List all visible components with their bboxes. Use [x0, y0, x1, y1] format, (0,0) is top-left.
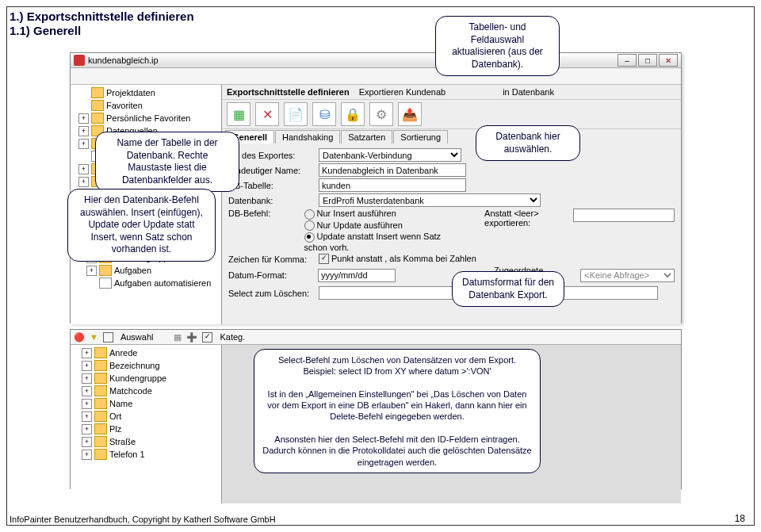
- radio-update[interactable]: Nur Update ausführen: [304, 220, 458, 232]
- crumb-1: Exportschnittstelle definieren: [222, 87, 354, 97]
- window-title: kundenabgleich.ip: [88, 55, 159, 65]
- tool-icon-3[interactable]: ▦: [174, 332, 182, 343]
- label-anstatt: Anstatt <leer> exportieren:: [484, 209, 570, 228]
- callout-dbcmd: Hier den Datenbank-Befehl auswählen. Ins…: [67, 189, 216, 262]
- icon-settings[interactable]: ⚙: [369, 102, 393, 126]
- lower-toolbar: 🔴 ▼ Auswahl ▦ ➕ Kateg.: [71, 330, 681, 345]
- tab-handshaking[interactable]: Handshaking: [275, 130, 340, 144]
- tree-item[interactable]: +Aufgaben: [71, 264, 221, 277]
- tool-icon-4[interactable]: ➕: [186, 332, 197, 343]
- field-item[interactable]: +Telefon 1: [71, 448, 221, 461]
- field-item[interactable]: +Plz: [71, 423, 221, 435]
- field-item[interactable]: +Name: [71, 397, 221, 410]
- tab-sortierung[interactable]: Sortierung: [393, 130, 448, 144]
- callout-name: Name der Tabelle in der Datenbank. Recht…: [95, 132, 239, 192]
- close-button[interactable]: ✕: [659, 54, 678, 67]
- label-name: Eindeutiger Name:: [228, 166, 315, 175]
- label-komma: Zeichen für Komma:: [228, 255, 315, 264]
- toolbar-row: [71, 68, 681, 85]
- label-datum: Datum-Format:: [228, 270, 315, 280]
- tabs: GenerellHandshakingSatzartenSortierung: [222, 129, 681, 144]
- footer-text: InfoPainter Benutzerhandbuch, Copyright …: [10, 515, 276, 524]
- titlebar: kundenabgleich.ip – □ ✕: [71, 53, 681, 68]
- lower-tree[interactable]: +Anrede+Bezeichnung+Kundengruppe+Matchco…: [71, 345, 222, 503]
- page-number: 18: [735, 513, 745, 524]
- field-item[interactable]: +Anrede: [71, 346, 221, 359]
- tree-item[interactable]: Favoriten: [71, 99, 221, 112]
- checkbox-komma[interactable]: Punkt anstatt , als Komma bei Zahlen: [319, 254, 476, 265]
- breadcrumb: Exportschnittstelle definieren Exportier…: [222, 85, 681, 100]
- page-title-1: 1.) Exportschnittstelle definieren: [10, 10, 194, 23]
- tree-item[interactable]: Projektdaten: [71, 86, 221, 99]
- field-item[interactable]: +Matchcode: [71, 385, 221, 397]
- callout-dbselect: Datenbank hier auswählen.: [476, 125, 580, 161]
- tab-satzarten[interactable]: Satzarten: [341, 130, 392, 144]
- callout-datefmt: Datumsformat für den Datenbank Export.: [452, 271, 564, 307]
- field-item[interactable]: +Bezeichnung: [71, 359, 221, 372]
- radio-update-insert[interactable]: Update anstatt Insert wenn Satz schon vo…: [304, 232, 458, 252]
- label-dbtable: DB-Tabelle:: [228, 181, 315, 190]
- select-db[interactable]: ErdProfi Musterdatenbank: [319, 193, 541, 207]
- action-icons: ▦ ✕ 📄 ⛁ 🔒 ⚙ 📤: [222, 100, 681, 129]
- minimize-button[interactable]: –: [618, 54, 637, 67]
- kateg-label: Kateg.: [220, 332, 245, 342]
- tool-icon-2[interactable]: ▼: [90, 332, 98, 342]
- select-abfrage[interactable]: <Keine Abfrage>: [580, 269, 675, 282]
- icon-export[interactable]: 📤: [398, 102, 422, 126]
- icon-lock[interactable]: 🔒: [341, 102, 365, 126]
- icon-save[interactable]: ✕: [255, 102, 279, 126]
- field-item[interactable]: +Kundengruppe: [71, 372, 221, 385]
- icon-db[interactable]: ⛁: [312, 102, 336, 126]
- icon-new[interactable]: ▦: [227, 102, 250, 126]
- icon-copy[interactable]: 📄: [284, 102, 308, 126]
- select-art[interactable]: Datenbank-Verbindung: [319, 148, 461, 162]
- label-select: Select zum Löschen:: [228, 289, 315, 298]
- input-dbtable[interactable]: [319, 178, 466, 192]
- field-item[interactable]: +Ort: [71, 410, 221, 423]
- callout-select: Select-Befehl zum Löschen von Datensätze…: [254, 349, 541, 473]
- label-db: Datenbank:: [228, 196, 315, 205]
- label-art: Art des Exportes:: [228, 151, 315, 160]
- tree-item[interactable]: Aufgaben automatisieren: [71, 277, 221, 289]
- radio-insert[interactable]: Nur Insert ausführen: [304, 209, 458, 220]
- crumb-3: in Datenbank: [498, 87, 559, 97]
- label-dbbefehl: DB-Befehl:: [228, 209, 301, 218]
- kateg-check[interactable]: [202, 332, 212, 343]
- app-icon: [74, 55, 85, 66]
- input-anstatt[interactable]: [573, 209, 675, 222]
- crumb-2: Exportieren Kundenab: [354, 87, 450, 97]
- tool-icon[interactable]: 🔴: [74, 332, 85, 343]
- tree-item[interactable]: +Persönliche Favoriten: [71, 112, 221, 124]
- maximize-button[interactable]: □: [638, 54, 657, 67]
- input-name[interactable]: [319, 163, 466, 177]
- page-title-2: 1.1) Generell: [10, 24, 81, 37]
- auswahl-label: Auswahl: [120, 332, 154, 342]
- input-datum[interactable]: [318, 269, 396, 282]
- field-item[interactable]: +Straße: [71, 435, 221, 448]
- callout-top: Tabellen- und Feldauswahl aktualisieren …: [435, 16, 560, 76]
- auswahl-check[interactable]: [103, 332, 113, 343]
